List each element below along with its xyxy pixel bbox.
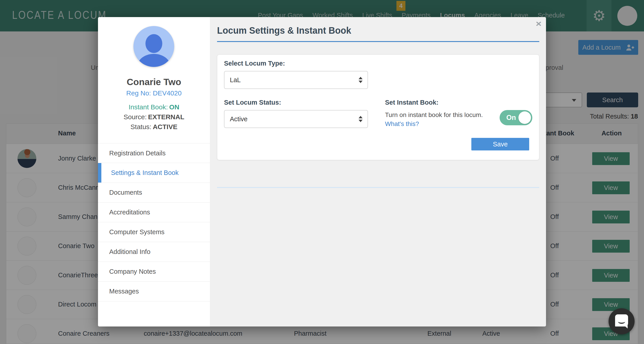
locum-settings-modal: Conarie Two Reg No: DEV4020 Instant Book…	[98, 17, 546, 326]
settings-form-card: Select Locum Type: LaL Set Locum Status:…	[217, 55, 539, 160]
modal-sidebar: Conarie Two Reg No: DEV4020 Instant Book…	[98, 17, 210, 326]
whats-this-link[interactable]: What's this?	[385, 120, 419, 127]
locum-type-label: Select Locum Type:	[224, 60, 285, 67]
select-arrows-icon	[358, 116, 362, 122]
instant-book-description: Turn on instant book for this locum.	[385, 111, 483, 119]
menu-company-notes[interactable]: Company Notes	[98, 262, 210, 282]
menu-computer-systems[interactable]: Computer Systems	[98, 222, 210, 242]
menu-registration-details[interactable]: Registration Details	[98, 143, 210, 163]
menu-additional-info[interactable]: Additional Info	[98, 242, 210, 262]
instant-book-value: ON	[169, 103, 180, 111]
locum-type-select[interactable]: LaL	[224, 71, 368, 89]
toggle-state-label: On	[506, 114, 516, 122]
source-value: EXTERNAL	[148, 113, 184, 121]
close-icon[interactable]: ×	[536, 19, 542, 28]
profile-name: Conarie Two	[98, 77, 210, 87]
modal-menu: Registration Details Settings & Instant …	[98, 143, 210, 301]
locum-status-value: Active	[230, 115, 248, 123]
title-underline	[217, 41, 539, 42]
locum-status-select[interactable]: Active	[224, 110, 368, 128]
modal-content: × Locum Settings & Instant Book Select L…	[210, 17, 546, 326]
instant-book-label: Instant Book:	[128, 103, 168, 111]
profile-reg-number[interactable]: Reg No: DEV4020	[98, 89, 210, 97]
status-value: ACTIVE	[153, 123, 177, 130]
content-divider	[217, 187, 539, 188]
menu-accreditations[interactable]: Accreditations	[98, 203, 210, 222]
menu-settings-instant-book[interactable]: Settings & Instant Book	[98, 163, 210, 183]
modal-title: Locum Settings & Instant Book	[217, 25, 351, 36]
profile-status: Status:ACTIVE	[98, 123, 210, 131]
toggle-knob	[518, 111, 531, 124]
status-label: Status:	[130, 123, 151, 130]
select-arrows-icon	[358, 77, 362, 83]
locum-type-value: LaL	[230, 76, 240, 84]
save-button[interactable]: Save	[471, 138, 529, 150]
instant-book-section-label: Set Instant Book:	[385, 99, 438, 106]
profile-source: Source:EXTERNAL	[98, 113, 210, 121]
source-label: Source:	[124, 113, 147, 121]
profile-avatar-icon	[134, 26, 174, 67]
chat-launcher-button[interactable]	[608, 308, 634, 334]
menu-messages[interactable]: Messages	[98, 282, 210, 301]
locum-status-label: Set Locum Status:	[224, 99, 281, 106]
menu-documents[interactable]: Documents	[98, 183, 210, 203]
instant-book-toggle[interactable]: On	[500, 110, 532, 125]
chat-bubble-icon	[615, 314, 628, 326]
profile-instant-book: Instant Book:ON	[98, 103, 210, 111]
